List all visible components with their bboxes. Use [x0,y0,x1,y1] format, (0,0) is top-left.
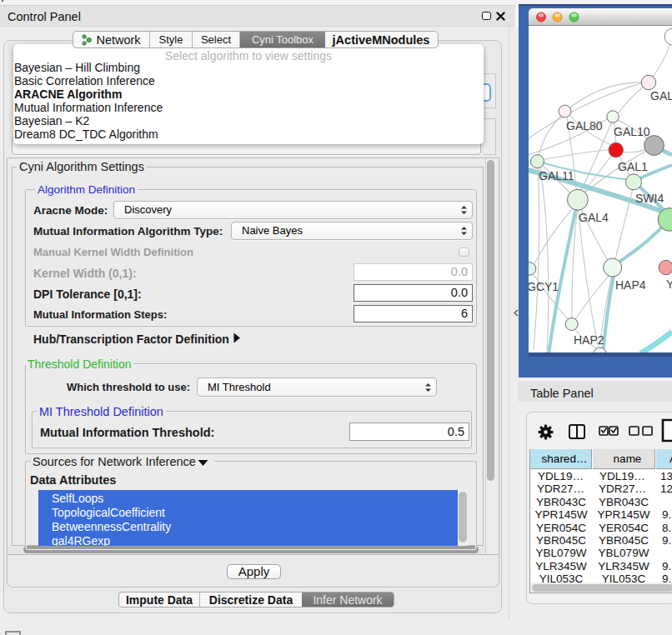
svg-text:GAL4: GAL4 [579,211,609,224]
svg-text:GAL1: GAL1 [618,160,648,173]
svg-text:SWI4: SWI4 [635,192,664,205]
svg-text:GAL80: GAL80 [566,119,603,132]
svg-text:GAL10: GAL10 [614,125,650,138]
svg-text:HAP2: HAP2 [574,333,604,347]
svg-text:GCY1: GCY1 [529,280,559,293]
svg-text:GAL11: GAL11 [539,169,574,182]
svg-text:HAP4: HAP4 [615,278,646,292]
svg-text:Y: Y [666,278,672,291]
svg-text:GAL: GAL [650,89,672,102]
